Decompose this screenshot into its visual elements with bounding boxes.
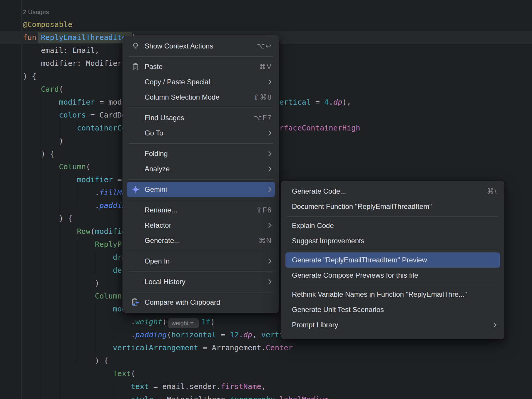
- menu-item-label: Analyze: [145, 165, 170, 173]
- menu-item-generate[interactable]: Generate...⌘N: [127, 233, 275, 248]
- highlighted-identifier: ReplyEmailThreadItem: [41, 32, 131, 43]
- menu-item-label: Open In: [145, 257, 170, 265]
- menu-item-label: Paste: [145, 63, 163, 71]
- submenu-chevron-icon: [259, 279, 272, 285]
- shortcut-label: ⇧F6: [247, 206, 272, 214]
- menu-item-label: Suggest Improvements: [292, 237, 364, 245]
- menu-item-label: Copy / Paste Special: [145, 78, 210, 86]
- menu-item-suggest-improvements[interactable]: Suggest Improvements: [285, 233, 500, 249]
- submenu-chevron-icon: [259, 166, 272, 172]
- code-line-28: ) {: [23, 354, 360, 367]
- menu-separator: [129, 105, 273, 110]
- menu-item-prompt-library[interactable]: Prompt Library: [285, 317, 500, 333]
- menu-item-label: Prompt Library: [292, 321, 338, 329]
- menu-separator: [129, 269, 273, 274]
- menu-item-paste[interactable]: Paste⌘V: [127, 59, 275, 74]
- menu-item-label: Generate...: [145, 237, 180, 245]
- shortcut-label: ⌘\: [478, 187, 497, 195]
- menu-item-generate-code[interactable]: Generate Code...⌘\: [285, 184, 500, 199]
- shortcut-label: ⌘V: [250, 63, 272, 71]
- menu-item-copy-paste-special[interactable]: Copy / Paste Special: [127, 74, 275, 90]
- menu-separator: [129, 54, 273, 59]
- menu-item-document-function-replyemailthreaditem[interactable]: Document Function "ReplyEmailThreadItem": [285, 199, 500, 214]
- menu-item-label: Document Function "ReplyEmailThreadItem": [292, 202, 432, 211]
- menu-item-label: Generate Code...: [292, 187, 346, 195]
- menu-separator: [129, 141, 273, 146]
- menu-item-label: Rename...: [145, 206, 177, 214]
- menu-item-rename[interactable]: Rename...⇧F6: [127, 202, 275, 218]
- editor-context-menu: Show Context Actions⌥↩Paste⌘VCopy / Past…: [123, 36, 279, 313]
- menu-item-open-in[interactable]: Open In: [127, 254, 275, 269]
- menu-item-analyze[interactable]: Analyze: [127, 161, 275, 177]
- gemini-sparkle-icon: [131, 185, 140, 195]
- menu-item-label: Go To: [145, 129, 163, 137]
- menu-item-label: Folding: [145, 150, 168, 158]
- menu-item-label: Show Context Actions: [145, 42, 213, 50]
- code-line-2: @Composable: [23, 18, 360, 31]
- submenu-chevron-icon: [259, 130, 272, 136]
- submenu-chevron-icon: [484, 322, 497, 328]
- code-line-1: 2 Usages: [23, 5, 360, 18]
- menu-item-label: Refactor: [145, 221, 171, 229]
- menu-item-generate-unit-test-scenarios[interactable]: Generate Unit Test Scenarios: [285, 302, 500, 317]
- shortcut-label: ⌥F7: [245, 114, 272, 122]
- lightbulb-icon: [131, 41, 140, 51]
- menu-item-generate-replyemailthreaditem-preview[interactable]: Generate "ReplyEmailThreadItem" Preview: [285, 252, 500, 268]
- menu-item-go-to[interactable]: Go To: [127, 125, 275, 141]
- menu-item-label: Generate Compose Previews for this file: [292, 271, 418, 279]
- menu-item-local-history[interactable]: Local History: [127, 274, 275, 289]
- shortcut-label: ⇧⌘8: [245, 93, 272, 101]
- menu-item-refactor[interactable]: Refactor: [127, 218, 275, 233]
- code-line-29: Text(: [23, 367, 360, 380]
- inlay-hint-weight: weight =: [168, 318, 199, 328]
- clipboard-icon: [131, 62, 140, 72]
- menu-item-label: Column Selection Mode: [145, 93, 220, 101]
- menu-item-folding[interactable]: Folding: [127, 146, 275, 161]
- menu-separator: [129, 177, 273, 182]
- submenu-chevron-icon: [259, 186, 272, 193]
- shortcut-label: ⌘N: [250, 237, 272, 245]
- menu-item-generate-compose-previews-for-this-file[interactable]: Generate Compose Previews for this file: [285, 268, 500, 283]
- submenu-chevron-icon: [259, 79, 272, 85]
- menu-item-show-context-actions[interactable]: Show Context Actions⌥↩: [127, 38, 275, 54]
- usages-inlay-hint[interactable]: 2 Usages: [23, 9, 49, 15]
- compare-clipboard-icon: [131, 297, 140, 307]
- gemini-submenu: Generate Code...⌘\Document Function "Rep…: [281, 181, 504, 339]
- menu-item-explain-code[interactable]: Explain Code: [285, 218, 500, 233]
- menu-separator: [287, 214, 498, 218]
- submenu-chevron-icon: [259, 258, 272, 264]
- menu-item-label: Generate Unit Test Scenarios: [292, 306, 384, 314]
- menu-separator: [287, 249, 498, 252]
- menu-item-gemini[interactable]: Gemini: [127, 182, 275, 197]
- code-line-27: verticalArrangement = Arrangement.Center: [23, 341, 360, 354]
- menu-separator: [129, 197, 273, 202]
- menu-item-label: Generate "ReplyEmailThreadItem" Preview: [292, 256, 427, 264]
- menu-item-label: Explain Code: [292, 222, 334, 230]
- menu-item-column-selection-mode[interactable]: Column Selection Mode⇧⌘8: [127, 90, 275, 105]
- menu-item-compare-with-clipboard[interactable]: Compare with Clipboard: [127, 295, 275, 310]
- code-line-31: style = MaterialTheme.typography.labelMe…: [23, 393, 360, 399]
- menu-separator: [129, 248, 273, 254]
- menu-item-label: Find Usages: [145, 114, 184, 122]
- menu-item-label: Rethink Variable Names in Function "Repl…: [292, 290, 467, 299]
- menu-item-find-usages[interactable]: Find Usages⌥F7: [127, 110, 275, 125]
- code-line-30: text = email.sender.firstName,: [23, 380, 360, 393]
- submenu-chevron-icon: [259, 222, 272, 229]
- ide-window: 2 Usages@Composablefun ReplyEmailThreadI…: [0, 0, 532, 399]
- menu-separator: [287, 283, 498, 287]
- menu-item-label: Gemini: [145, 185, 167, 194]
- menu-item-rethink-variable-names-in-function-replyemailthre[interactable]: Rethink Variable Names in Function "Repl…: [285, 287, 500, 302]
- menu-separator: [129, 289, 273, 295]
- menu-item-label: Compare with Clipboard: [145, 298, 220, 306]
- submenu-chevron-icon: [259, 150, 272, 157]
- shortcut-label: ⌥↩: [248, 42, 272, 50]
- menu-item-label: Local History: [145, 278, 185, 286]
- editor-gutter: [0, 0, 21, 399]
